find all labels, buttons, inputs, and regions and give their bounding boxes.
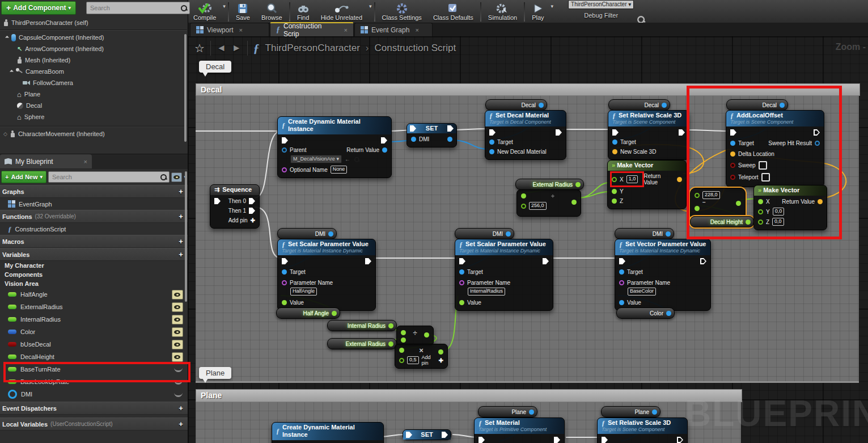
add-variable-button[interactable]: + — [176, 251, 185, 259]
component-item-plane[interactable]: ⌂Plane — [0, 88, 187, 100]
category-my-character[interactable]: My Character — [0, 261, 188, 270]
parent-pin[interactable] — [282, 147, 287, 153]
exec-out-pin[interactable] — [679, 129, 685, 136]
target-pin[interactable] — [282, 269, 287, 275]
decal-out-pin[interactable] — [662, 103, 667, 108]
play-button[interactable]: Play — [526, 0, 549, 23]
node-set-relative-scale-3d-2[interactable]: ƒSet Relative Scale 3DTarget is Scene Co… — [597, 417, 688, 443]
internal-radius-out-pin[interactable] — [388, 323, 393, 328]
add-pin-icon[interactable]: ✚ — [439, 357, 443, 364]
save-button[interactable]: Save — [230, 0, 256, 23]
add-pin-icon[interactable]: ✚ — [251, 217, 255, 223]
node-set-decal-material[interactable]: ƒSet Decal MaterialTarget is Decal Compo… — [485, 110, 566, 160]
getter-external-radius[interactable]: External Radius — [515, 179, 584, 190]
parameter-name-input[interactable]: BaseColor — [628, 288, 656, 296]
subtrahend-pin[interactable] — [695, 206, 700, 211]
teleport-checkbox[interactable] — [761, 173, 770, 182]
exec-out-pin[interactable] — [365, 258, 371, 264]
parent-dropdown[interactable]: M_DecalVisionAre ▾ — [290, 155, 342, 163]
node-set-vector-base-color[interactable]: ƒSet Vector Parameter ValueTarget is Mat… — [615, 239, 711, 311]
close-icon[interactable]: × — [344, 27, 348, 33]
getter-dmi[interactable]: DMI — [615, 228, 674, 239]
visibility-filter-icon[interactable] — [171, 172, 182, 182]
exec-out-pin[interactable] — [700, 258, 706, 264]
getter-plane[interactable]: Plane — [478, 406, 537, 417]
parameter-name-pin[interactable] — [619, 280, 624, 285]
component-item-capsule[interactable]: CapsuleComponent (Inherited) — [0, 32, 187, 43]
eye-open-icon[interactable] — [172, 302, 183, 312]
my-blueprint-tab[interactable]: My Blueprint × — [0, 154, 92, 168]
component-item-charactermovement[interactable]: ◇CharacterMovement (Inherited) — [0, 128, 187, 140]
exec-in-pin[interactable] — [282, 258, 288, 264]
comment-plane-header[interactable]: Plane — [196, 389, 742, 402]
close-icon[interactable]: × — [84, 158, 87, 165]
exec-out-pin[interactable] — [543, 258, 549, 264]
return-value-pin[interactable] — [677, 177, 682, 182]
decal-height-out-pin[interactable] — [746, 220, 751, 225]
half-angle-out-pin[interactable] — [332, 311, 337, 316]
y-value-input[interactable]: 0,0 — [773, 208, 785, 216]
eye-closed-icon[interactable] — [174, 366, 183, 372]
add-dispatcher-button[interactable]: + — [176, 404, 185, 412]
exec-out-pin[interactable] — [442, 432, 448, 438]
return-value-pin[interactable] — [382, 147, 387, 153]
nav-forward-icon[interactable]: ► — [232, 43, 242, 54]
node-create-dynamic-material-instance-2[interactable]: ƒCreate Dynamic Material Instance — [272, 422, 384, 443]
node-make-vector-1[interactable]: »Make Vector X1,0Return Value Y Z — [607, 160, 687, 209]
node-set-dmi-variable-2[interactable]: SET — [403, 429, 451, 440]
variable-dmi[interactable]: DMI — [0, 388, 188, 400]
exec-out-pin[interactable] — [556, 129, 562, 136]
simulation-button[interactable]: Simulation — [482, 0, 523, 23]
dmi-out-pin[interactable] — [666, 231, 671, 237]
x-pin[interactable] — [758, 199, 763, 204]
dmi-in-pin[interactable] — [411, 137, 416, 142]
component-item-arrow[interactable]: ↖ArrowComponent (Inherited) — [0, 43, 187, 54]
node-set-scalar-half-angle[interactable]: ƒSet Scalar Parameter ValueTarget is Mat… — [277, 239, 376, 311]
close-icon[interactable]: × — [239, 27, 242, 33]
browse-asset-icon[interactable] — [354, 157, 359, 162]
dmi-out-pin[interactable] — [506, 231, 511, 237]
exec-in-pin[interactable] — [602, 437, 608, 443]
add-new-button[interactable]: +Add New▾ — [1, 171, 46, 183]
variable-color[interactable]: Color — [0, 326, 188, 338]
components-scrollbar[interactable] — [184, 34, 187, 142]
target-pin[interactable] — [612, 140, 617, 145]
exec-in-pin[interactable] — [479, 437, 485, 443]
comment-decal-header[interactable]: Decal — [196, 83, 860, 96]
target-pin[interactable] — [730, 141, 735, 146]
eye-open-icon[interactable] — [172, 352, 183, 362]
getter-color[interactable]: Color — [616, 307, 675, 319]
result-pin[interactable] — [571, 200, 577, 205]
dmi-out-pin[interactable] — [447, 137, 452, 142]
functions-section-header[interactable]: Functions(32 Overridable)+ — [0, 210, 188, 223]
event-dispatchers-header[interactable]: Event Dispatchers+ — [0, 402, 188, 415]
my-blueprint-search[interactable] — [48, 171, 170, 183]
divisor-input[interactable]: 256,0 — [529, 202, 547, 210]
parameter-name-input[interactable]: HalfAngle — [290, 288, 317, 296]
my-blueprint-scrollbar[interactable] — [185, 171, 187, 302]
node-divide-256[interactable]: ÷ 256,0 — [516, 189, 581, 217]
variable-halfangle[interactable]: HalfAngle — [0, 288, 188, 301]
factor-b-pin[interactable] — [399, 358, 404, 363]
getter-external-radius[interactable]: External Radius — [327, 338, 397, 349]
tab-viewport[interactable]: Viewport × — [190, 23, 269, 36]
exec-out-pin[interactable] — [677, 437, 683, 443]
value-pin[interactable] — [282, 300, 287, 305]
variable-externalradius[interactable]: ExternalRadius — [0, 301, 188, 313]
category-vision-area[interactable]: Vision Area — [0, 279, 188, 288]
graphs-section-header[interactable]: Graphs+ — [0, 185, 188, 198]
result-pin[interactable] — [438, 349, 443, 355]
node-multiply-half[interactable]: × 0,5Add pin✚ — [395, 344, 448, 369]
dividend-pin[interactable] — [401, 330, 406, 335]
exec-in-pin[interactable] — [410, 125, 416, 132]
dividend-pin[interactable] — [521, 193, 526, 199]
exec-in-pin[interactable] — [459, 258, 465, 264]
plane-out-pin[interactable] — [529, 410, 534, 415]
construction-script-item[interactable]: ƒConstructionScript — [0, 223, 188, 235]
category-components[interactable]: Components — [0, 270, 188, 279]
decal-out-pin[interactable] — [780, 103, 785, 108]
nav-back-icon[interactable]: ◄ — [217, 43, 226, 54]
play-options-caret[interactable]: ▾ — [550, 3, 555, 9]
factor-a-pin[interactable] — [399, 348, 404, 353]
delta-location-pin[interactable] — [730, 151, 735, 157]
